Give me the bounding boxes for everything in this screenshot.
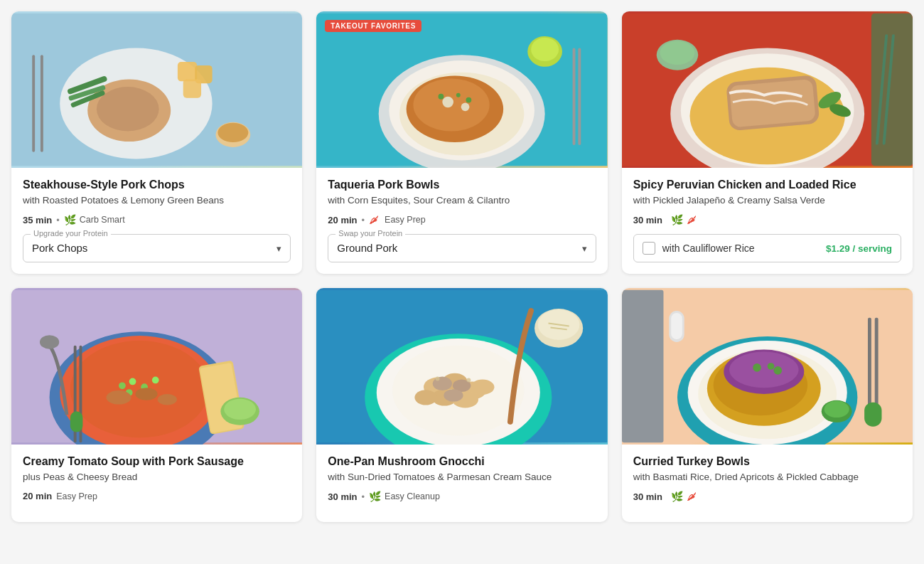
svg-point-3: [97, 87, 159, 131]
leaf-icon: 🌿: [369, 491, 380, 502]
dot-separator: •: [56, 215, 60, 225]
svg-rect-27: [573, 48, 576, 145]
svg-rect-62: [70, 412, 83, 432]
svg-point-20: [443, 97, 454, 108]
card-subtitle: with Sun-Dried Tomatoes & Parmesan Cream…: [328, 471, 596, 484]
card-title: One-Pan Mushroom Gnocchi: [328, 454, 596, 469]
svg-rect-42: [871, 14, 913, 166]
svg-point-53: [135, 388, 157, 400]
meal-card-curried: Curried Turkey Bowlswith Basmati Rice, D…: [622, 288, 913, 522]
card-time: 30 min: [328, 491, 357, 502]
svg-rect-98: [864, 403, 881, 427]
card-image-tomato-soup: [11, 288, 302, 445]
svg-point-91: [753, 363, 761, 372]
svg-rect-6: [183, 79, 201, 97]
svg-point-95: [824, 401, 849, 417]
upsell-price: $1.29 / serving: [826, 243, 892, 254]
upsell-text: with Cauliflower Rice: [662, 243, 819, 254]
tag-label: Easy Prep: [56, 491, 97, 501]
protein-dropdown[interactable]: Upgrade your ProteinPork Chops▾: [23, 234, 291, 262]
svg-point-90: [729, 352, 798, 388]
svg-point-92: [767, 363, 774, 370]
dropdown-label: Swap your Protein: [335, 229, 405, 238]
svg-rect-11: [41, 55, 43, 151]
leaf-icon: 🌿: [671, 214, 682, 225]
card-title: Spicy Peruvian Chicken and Loaded Rice: [633, 178, 901, 192]
card-time: 30 min: [633, 215, 662, 225]
meal-card-gnocchi: One-Pan Mushroom Gnocchiwith Sun-Dried T…: [316, 288, 607, 522]
svg-point-78: [467, 378, 471, 383]
card-subtitle: with Basmati Rice, Dried Apricots & Pick…: [633, 471, 901, 484]
card-image-gnocchi: [316, 288, 607, 445]
dropdown-value: Ground Pork: [337, 242, 397, 254]
svg-rect-100: [671, 313, 682, 339]
svg-point-58: [224, 399, 256, 420]
card-title: Creamy Tomato Soup with Pork Sausage: [23, 454, 291, 469]
tag-label: Carb Smart: [80, 215, 125, 225]
meal-kit-grid: Steakhouse-Style Pork Chopswith Roasted …: [11, 11, 913, 522]
tag-label: Easy Prep: [385, 215, 426, 225]
svg-rect-10: [32, 55, 35, 151]
card-image-curried: [622, 288, 913, 445]
card-time: 35 min: [23, 215, 52, 225]
svg-rect-101: [622, 290, 663, 442]
svg-point-26: [531, 38, 559, 61]
card-time: 20 min: [328, 215, 357, 225]
card-time: 30 min: [633, 491, 662, 502]
svg-point-76: [393, 346, 525, 436]
dot-separator: •: [362, 215, 365, 225]
protein-dropdown[interactable]: Swap your ProteinGround Pork▾: [328, 234, 596, 262]
chevron-down-icon: ▾: [276, 243, 281, 254]
meal-card-taqueria: TAKEOUT FAVORITESTaqueria Pork Bowlswith…: [316, 11, 607, 274]
svg-point-50: [152, 377, 159, 384]
meal-card-pork-chops: Steakhouse-Style Pork Chopswith Roasted …: [11, 11, 302, 274]
leaf-icon: 🌿: [64, 214, 75, 225]
card-subtitle: plus Peas & Cheesy Bread: [23, 471, 291, 484]
card-image-peruvian: [622, 11, 913, 168]
meal-card-peruvian: Spicy Peruvian Chicken and Loaded Ricewi…: [622, 11, 913, 274]
dropdown-label: Upgrade your Protein: [31, 229, 111, 238]
card-subtitle: with Roasted Potatoes & Lemony Green Bea…: [23, 194, 291, 207]
svg-point-77: [436, 377, 440, 381]
svg-point-21: [461, 103, 470, 112]
svg-point-48: [129, 378, 136, 385]
dot-separator: •: [362, 491, 365, 502]
card-image-taqueria: TAKEOUT FAVORITES: [316, 11, 607, 168]
chevron-down-icon: ▾: [582, 243, 587, 254]
meal-card-tomato-soup: Creamy Tomato Soup with Pork Sausageplus…: [11, 288, 302, 522]
svg-point-93: [773, 366, 782, 375]
svg-rect-28: [579, 48, 581, 145]
svg-point-24: [466, 97, 472, 103]
card-badge: TAKEOUT FAVORITES: [325, 20, 421, 32]
leaf-icon: 🌿: [671, 491, 682, 502]
svg-point-54: [158, 394, 177, 405]
svg-point-39: [660, 41, 694, 65]
card-time: 20 min: [23, 491, 52, 501]
svg-point-13: [217, 123, 248, 142]
card-title: Taqueria Pork Bowls: [328, 178, 596, 192]
svg-rect-4: [178, 62, 197, 81]
svg-point-59: [40, 335, 59, 348]
upsell-option[interactable]: with Cauliflower Rice$1.29 / serving: [633, 234, 901, 262]
svg-point-52: [107, 390, 131, 404]
chili-icon: 🌶: [687, 491, 698, 502]
dropdown-value: Pork Chops: [32, 242, 87, 254]
card-title: Curried Turkey Bowls: [633, 454, 901, 469]
upsell-checkbox[interactable]: [643, 242, 655, 255]
card-subtitle: with Corn Esquites, Sour Cream & Cilantr…: [328, 194, 596, 207]
chili-icon: 🌶: [687, 214, 698, 225]
card-image-pork-chops: [11, 11, 302, 168]
chili-icon: 🌶: [369, 214, 380, 225]
card-subtitle: with Pickled Jalapeño & Creamy Salsa Ver…: [633, 194, 901, 207]
card-title: Steakhouse-Style Pork Chops: [23, 178, 291, 192]
svg-point-47: [119, 383, 126, 390]
svg-point-23: [456, 93, 461, 97]
tag-label: Easy Cleanup: [385, 491, 440, 501]
svg-point-22: [439, 94, 444, 100]
